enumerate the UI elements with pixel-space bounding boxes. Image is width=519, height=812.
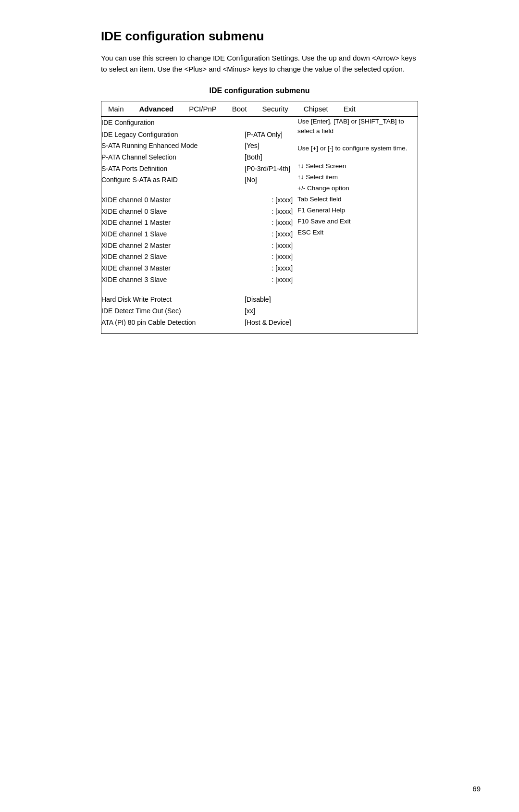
page-title: IDE configuration submenu	[101, 29, 418, 44]
config-value: [Yes]	[245, 141, 297, 151]
config-content-cell: IDE Configuration IDE Legacy Configurati…	[101, 116, 298, 333]
menu-item-chipset[interactable]: Chipset	[302, 104, 330, 114]
menu-item-boot[interactable]: Boot	[230, 104, 249, 114]
help-block-1: Use [Enter], [TAB] or [SHIFT_TAB] to sel…	[297, 117, 418, 136]
xide-label: XIDE channel 2 Master	[101, 241, 269, 251]
xide-row-0-slave: XIDE channel 0 Slave : [xxxx]	[101, 206, 297, 218]
xide-group: XIDE channel 0 Master : [xxxx] XIDE chan…	[101, 195, 297, 286]
config-row-sata-mode: S-ATA Running Enhanced Mode [Yes]	[101, 140, 297, 152]
config-value: [Both]	[245, 152, 297, 163]
main-content-row: IDE Configuration IDE Legacy Configurati…	[101, 116, 418, 333]
xide-label: XIDE channel 1 Master	[101, 218, 269, 228]
xide-value: : [xxxx]	[269, 229, 297, 240]
config-label: ATA (PI) 80 pin Cable Detection	[101, 318, 245, 328]
menu-item-security[interactable]: Security	[260, 104, 290, 114]
xide-label: XIDE channel 1 Slave	[101, 229, 269, 240]
xide-row-1-slave: XIDE channel 1 Slave : [xxxx]	[101, 229, 297, 240]
bottom-config-group: Hard Disk Write Protect [Disable] IDE De…	[101, 294, 297, 328]
shortcut-select-field: Tab Select field	[297, 194, 418, 205]
bios-config-table: Main Advanced PCI/PnP Boot Security Chip…	[101, 101, 418, 334]
config-row-ide-timeout: IDE Detect Time Out (Sec) [xx]	[101, 306, 297, 317]
xide-label: XIDE channel 0 Slave	[101, 207, 269, 217]
config-value: [Disable]	[245, 295, 297, 305]
menu-item-advanced[interactable]: Advanced	[137, 104, 176, 114]
shortcut-general-help: F1 General Help	[297, 205, 418, 216]
help-shortcuts: ↑↓ Select Screen ↑↓ Select item +/- Chan…	[297, 161, 418, 238]
config-value: [P0-3rd/P1-4th]	[245, 164, 297, 174]
help-block-2: Use [+] or [-] to configure system time.	[297, 144, 418, 153]
xide-value: : [xxxx]	[269, 207, 297, 217]
submenu-section-title: IDE configuration submenu	[101, 86, 418, 95]
config-group: IDE Legacy Configuration [P-ATA Only] S-…	[101, 129, 297, 186]
menu-bar-cell: Main Advanced PCI/PnP Boot Security Chip…	[101, 101, 418, 116]
menu-bar-row: Main Advanced PCI/PnP Boot Security Chip…	[101, 101, 418, 116]
config-row-hdd-protect: Hard Disk Write Protect [Disable]	[101, 294, 297, 306]
config-row-pata-channel: P-ATA Channel Selection [Both]	[101, 152, 297, 163]
menu-item-pci-pnp[interactable]: PCI/PnP	[187, 104, 219, 114]
config-row-ata-cable: ATA (PI) 80 pin Cable Detection [Host & …	[101, 317, 297, 329]
divider	[101, 191, 297, 195]
shortcut-select-item: ↑↓ Select item	[297, 172, 418, 183]
config-label: IDE Legacy Configuration	[101, 130, 245, 140]
menu-item-main[interactable]: Main	[106, 104, 126, 114]
xide-label: XIDE channel 3 Slave	[101, 275, 269, 285]
xide-label: XIDE channel 2 Slave	[101, 252, 269, 262]
xide-value: : [xxxx]	[269, 218, 297, 228]
xide-value: : [xxxx]	[269, 263, 297, 274]
shortcut-esc-exit: ESC Exit	[297, 227, 418, 238]
xide-row-1-master: XIDE channel 1 Master : [xxxx]	[101, 217, 297, 229]
divider2	[101, 290, 297, 294]
xide-value: : [xxxx]	[269, 275, 297, 285]
xide-value: : [xxxx]	[269, 195, 297, 206]
config-value: [Host & Device]	[245, 318, 297, 328]
config-label: Configure S-ATA as RAID	[101, 175, 245, 185]
shortcut-change-option: +/- Change option	[297, 183, 418, 194]
config-label: P-ATA Channel Selection	[101, 152, 245, 163]
config-label: S-ATA Ports Definition	[101, 164, 245, 174]
xide-row-3-slave: XIDE channel 3 Slave : [xxxx]	[101, 274, 297, 286]
help-cell: Use [Enter], [TAB] or [SHIFT_TAB] to sel…	[297, 116, 418, 333]
page-number: 69	[472, 785, 481, 793]
config-label: S-ATA Running Enhanced Mode	[101, 141, 245, 151]
xide-row-2-slave: XIDE channel 2 Slave : [xxxx]	[101, 251, 297, 263]
config-row-ide-legacy: IDE Legacy Configuration [P-ATA Only]	[101, 129, 297, 141]
menu-bar: Main Advanced PCI/PnP Boot Security Chip…	[101, 101, 418, 116]
xide-row-0-master: XIDE channel 0 Master : [xxxx]	[101, 195, 297, 206]
xide-value: : [xxxx]	[269, 252, 297, 262]
config-value: [xx]	[245, 306, 297, 317]
shortcut-select-screen: ↑↓ Select Screen	[297, 161, 418, 172]
config-label: IDE Detect Time Out (Sec)	[101, 306, 245, 317]
config-row-sata-ports: S-ATA Ports Definition [P0-3rd/P1-4th]	[101, 163, 297, 175]
xide-row-2-master: XIDE channel 2 Master : [xxxx]	[101, 240, 297, 252]
menu-item-exit[interactable]: Exit	[342, 104, 358, 114]
xide-value: : [xxxx]	[269, 241, 297, 251]
shortcut-save-exit: F10 Save and Exit	[297, 216, 418, 227]
config-value: [No]	[245, 175, 297, 185]
xide-label: XIDE channel 0 Master	[101, 195, 269, 206]
config-row-sata-raid: Configure S-ATA as RAID [No]	[101, 174, 297, 186]
xide-label: XIDE channel 3 Master	[101, 263, 269, 274]
section-header: IDE Configuration	[101, 117, 297, 129]
config-value: [P-ATA Only]	[245, 130, 297, 140]
page-description: You can use this screen to change IDE Co…	[101, 52, 418, 75]
config-label: Hard Disk Write Protect	[101, 295, 245, 305]
xide-row-3-master: XIDE channel 3 Master : [xxxx]	[101, 263, 297, 274]
